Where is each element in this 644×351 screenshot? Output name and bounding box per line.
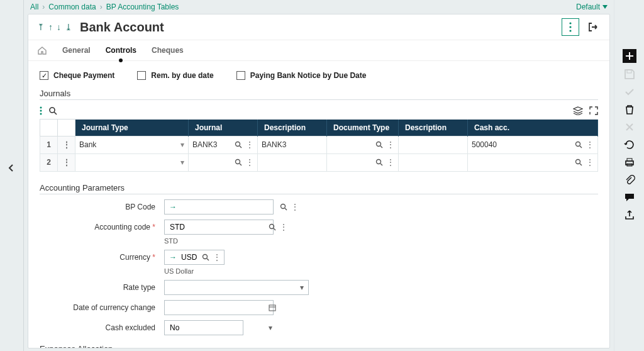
cell-cash-acc[interactable]: 500040⋮	[468, 136, 598, 153]
dropdown-icon[interactable]: ▾	[298, 283, 306, 292]
cell-journal[interactable]: ⋮	[189, 153, 258, 171]
cell-journal-type[interactable]: ▾	[75, 153, 189, 171]
chevron-right-icon: ›	[42, 3, 45, 11]
section-expenses-title: Expenses Allocation	[40, 344, 598, 348]
cell-description2[interactable]	[399, 136, 468, 153]
checkbox-rem-by-due[interactable]: Rem. by due date	[137, 71, 213, 80]
right-rail-close-icon[interactable]	[614, 121, 644, 133]
cell-journal[interactable]: BANK3⋮	[189, 136, 258, 153]
breadcrumb: All › Common data › BP Accounting Tables…	[24, 0, 614, 14]
col-document-type[interactable]: Document Type	[327, 120, 399, 136]
bp-code-field[interactable]: → ⋮	[164, 199, 274, 214]
row-menu-icon[interactable]: ⋮	[58, 153, 75, 171]
col-cash-acc[interactable]: Cash acc.	[468, 120, 598, 136]
more-icon[interactable]: ⋮	[278, 223, 289, 231]
nav-next-icon[interactable]: ↓	[55, 21, 62, 33]
col-journal[interactable]: Journal	[189, 120, 258, 136]
cell-description1[interactable]	[258, 153, 327, 171]
expand-icon[interactable]	[589, 106, 598, 115]
more-icon[interactable]: ⋮	[586, 158, 594, 167]
currency-field[interactable]: → ⋮	[164, 250, 225, 265]
cell-document-type[interactable]: ⋮	[327, 153, 399, 171]
breadcrumb-bp[interactable]: BP Accounting Tables	[106, 3, 179, 11]
date-change-input[interactable]	[167, 303, 267, 312]
left-rail-expand[interactable]	[8, 164, 14, 172]
search-icon[interactable]	[575, 141, 582, 148]
row-menu-icon[interactable]: ⋮	[58, 136, 75, 153]
right-rail-refresh-icon[interactable]	[614, 138, 644, 151]
goto-icon[interactable]: →	[167, 253, 179, 262]
nav-last-icon[interactable]: ⤓	[64, 21, 74, 33]
date-change-field[interactable]	[164, 300, 274, 315]
more-icon[interactable]: ⋮	[246, 158, 253, 167]
more-icon[interactable]: ⋮	[246, 140, 253, 149]
more-actions-button[interactable]	[562, 18, 579, 36]
more-icon[interactable]: ⋮	[289, 203, 301, 211]
rate-type-input[interactable]	[167, 283, 298, 292]
rate-type-field[interactable]: ▾	[164, 280, 309, 295]
journals-search-icon[interactable]	[48, 106, 57, 115]
goto-icon[interactable]: →	[167, 203, 179, 211]
more-icon[interactable]: ⋮	[387, 140, 394, 149]
layers-icon[interactable]	[573, 106, 583, 115]
cell-description2[interactable]	[399, 153, 468, 171]
breadcrumb-all[interactable]: All	[30, 3, 38, 11]
check-icon: ✓	[40, 71, 48, 80]
svg-point-5	[569, 22, 571, 24]
calendar-icon[interactable]	[267, 304, 278, 311]
tab-cheques[interactable]: Cheques	[152, 41, 184, 60]
bp-code-input[interactable]	[179, 203, 278, 211]
right-rail-delete-icon[interactable]	[614, 103, 644, 116]
cell-document-type[interactable]: ⋮	[327, 136, 399, 153]
dropdown-icon[interactable]: ▾	[180, 140, 184, 149]
right-rail-save-icon[interactable]	[614, 68, 644, 81]
col-description1[interactable]: Description	[258, 120, 327, 136]
currency-input[interactable]	[179, 253, 200, 262]
svg-point-15	[236, 160, 240, 164]
cash-excluded-field[interactable]: ▾	[164, 320, 243, 335]
search-icon[interactable]	[235, 141, 242, 148]
nav-first-icon[interactable]: ⤒	[36, 21, 46, 33]
right-rail-print-icon[interactable]	[614, 156, 644, 169]
breadcrumb-common[interactable]: Common data	[48, 3, 96, 11]
more-icon[interactable]: ⋮	[211, 253, 223, 262]
cell-cash-acc[interactable]: ⋮	[468, 153, 598, 171]
tab-general[interactable]: General	[62, 41, 91, 60]
tab-controls[interactable]: Controls	[106, 41, 136, 60]
default-dropdown[interactable]: Default	[576, 3, 608, 11]
tab-home-icon[interactable]	[37, 40, 47, 60]
exit-button[interactable]	[584, 18, 602, 36]
right-rail-comment-icon[interactable]	[614, 191, 644, 204]
search-icon[interactable]	[375, 141, 383, 148]
more-icon[interactable]: ⋮	[586, 140, 594, 149]
currency-sub: US Dollar	[164, 267, 598, 275]
search-icon[interactable]	[375, 159, 383, 166]
table-row: 2⋮▾⋮⋮⋮	[40, 153, 598, 171]
dropdown-icon[interactable]: ▾	[180, 158, 184, 167]
search-icon[interactable]	[278, 203, 289, 211]
right-rail-attach-icon[interactable]	[614, 174, 644, 186]
checkbox-paying-bank[interactable]: Paying Bank Notice by Due Date	[236, 71, 367, 80]
cell-description1[interactable]: BANK3	[258, 136, 327, 153]
accounting-code-field[interactable]: ⋮	[164, 220, 274, 235]
search-icon[interactable]	[267, 223, 278, 231]
search-icon[interactable]	[200, 254, 211, 261]
nav-prev-icon[interactable]: ↑	[47, 21, 54, 33]
right-rail-check-icon[interactable]	[614, 86, 644, 98]
accounting-code-input[interactable]	[167, 223, 267, 231]
cash-excluded-input[interactable]	[167, 323, 267, 332]
right-rail-share-icon[interactable]	[614, 209, 644, 221]
svg-point-14	[576, 142, 580, 147]
right-rail-add-icon[interactable]	[614, 49, 644, 63]
col-description2[interactable]: Description	[399, 120, 468, 136]
checkbox-cheque-payment[interactable]: ✓ Cheque Payment	[40, 71, 114, 80]
journals-menu-icon[interactable]	[40, 106, 42, 115]
col-journal-type[interactable]: Journal Type	[75, 120, 189, 136]
search-icon[interactable]	[575, 159, 582, 166]
search-icon[interactable]	[235, 159, 242, 166]
more-icon[interactable]: ⋮	[387, 158, 394, 167]
dropdown-icon[interactable]: ▾	[267, 323, 274, 332]
rate-type-label: Rate type	[40, 283, 159, 292]
cell-journal-type[interactable]: Bank▾	[75, 136, 189, 153]
date-change-label: Date of currency change	[40, 303, 159, 312]
